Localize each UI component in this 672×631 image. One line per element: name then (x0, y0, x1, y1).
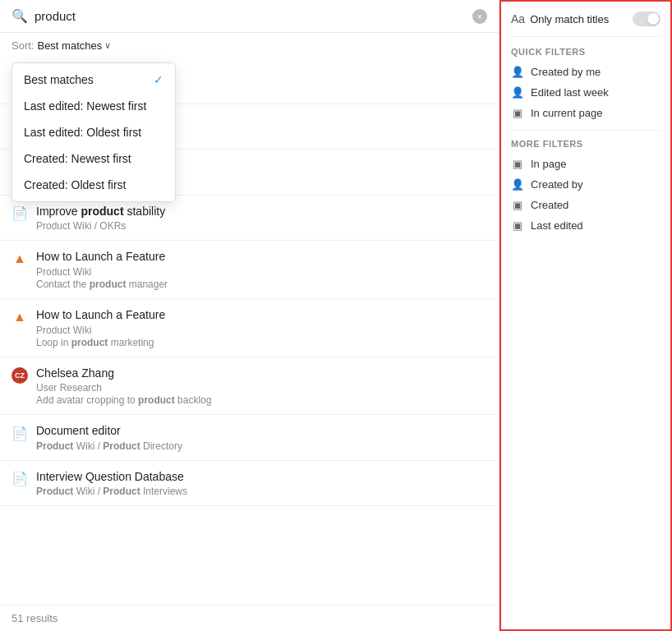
result-content: Chelsea Zhang User Research Add avatar c… (36, 366, 487, 407)
result-item[interactable]: 📄 Improve product stability Product Wiki… (0, 196, 499, 242)
result-title: Chelsea Zhang (36, 366, 487, 382)
filter-in-page[interactable]: ▣ In page (511, 154, 660, 174)
filter-label: Created by (531, 178, 583, 191)
result-title-text: Chelsea Zhang (36, 366, 114, 380)
sort-check-icon: ✓ (154, 73, 163, 86)
filter-label: Edited last week (531, 86, 609, 99)
path-highlight: Product (36, 486, 73, 497)
result-content: Document editor Product Wiki / Product D… (36, 423, 487, 452)
result-title-text: stability (124, 205, 166, 218)
sort-chevron-icon: ∨ (104, 40, 111, 51)
sort-option-created-newest[interactable]: Created: Newest first (12, 145, 175, 172)
filter-label: In current page (531, 107, 602, 119)
result-icon: ▲ (12, 251, 28, 267)
sort-option-last-edited-newest[interactable]: Last edited: Newest first (12, 93, 175, 119)
sort-select[interactable]: Best matches ∨ (37, 39, 111, 52)
sort-option-label: Created: Newest first (24, 152, 131, 165)
search-bar: 🔍 × (0, 0, 499, 33)
sort-option-label: Created: Oldest first (24, 178, 127, 191)
only-match-titles-toggle[interactable] (633, 12, 660, 26)
sort-selected-value: Best matches (37, 39, 102, 52)
more-filters-section-title: MORE FILTERS (511, 139, 660, 149)
person-icon: 👤 (511, 178, 524, 191)
result-content: Improve product stability Product Wiki /… (36, 204, 487, 233)
snippet-highlight: product (90, 279, 127, 290)
results-count: 51 results (0, 605, 499, 631)
result-title-text: How to Launch a Feature (36, 308, 165, 321)
section-divider (511, 130, 660, 131)
sort-option-label: Best matches (24, 73, 94, 86)
result-item[interactable]: ▲ How to Launch a Feature Product Wiki C… (0, 241, 499, 299)
result-title: Improve product stability (36, 204, 487, 220)
filter-label: In page (531, 158, 566, 170)
result-path: Product Wiki (36, 325, 487, 336)
result-title-text: Document editor (36, 424, 121, 437)
result-icon: ▲ (12, 309, 28, 325)
snippet-highlight: product (138, 394, 175, 406)
sort-dropdown: Best matches ✓ Last edited: Newest first… (12, 62, 176, 202)
result-path: Product Wiki / Product Directory (36, 440, 487, 452)
sort-option-label: Last edited: Oldest first (24, 126, 141, 139)
result-icon: 📄 (12, 205, 28, 222)
result-item[interactable]: CZ Chelsea Zhang User Research Add avata… (0, 357, 499, 416)
avatar-icon: CZ (12, 367, 28, 384)
page-icon: ▣ (511, 158, 524, 170)
page-icon: ▣ (511, 107, 524, 119)
filter-label: Created by me (531, 66, 601, 78)
result-path: Product Wiki / OKRs (36, 220, 487, 232)
sort-option-created-oldest[interactable]: Created: Oldest first (12, 172, 175, 198)
filter-created[interactable]: ▣ Created (511, 195, 660, 215)
result-content: How to Launch a Feature Product Wiki Con… (36, 249, 487, 290)
page-icon: ▣ (511, 199, 524, 211)
result-path: User Research (36, 382, 487, 394)
filter-label: Last edited (531, 219, 583, 232)
person-icon: 👤 (511, 66, 524, 78)
result-path: Product Wiki / Product Interviews (36, 486, 487, 497)
aa-icon: Aa (511, 12, 525, 25)
result-snippet: Add avatar cropping to product backlog (36, 394, 487, 406)
sort-bar: Sort: Best matches ∨ Best matches ✓ Last… (0, 33, 499, 58)
clear-button[interactable]: × (472, 9, 487, 24)
search-input[interactable] (35, 9, 466, 23)
filter-last-edited[interactable]: ▣ Last edited (511, 215, 660, 236)
result-title: Interview Question Database (36, 469, 487, 486)
result-title: Document editor (36, 423, 487, 440)
result-item[interactable]: 📄 Document editor Product Wiki / Product… (0, 415, 499, 461)
path-highlight: Product (103, 440, 140, 452)
filter-in-current-page[interactable]: ▣ In current page (511, 103, 660, 123)
path-highlight: Product (36, 440, 73, 452)
only-match-label: Aa Only match titles (511, 12, 609, 25)
only-match-titles-text: Only match titles (530, 13, 609, 25)
only-match-titles-row: Aa Only match titles (511, 12, 660, 37)
main-panel: 🔍 × Sort: Best matches ∨ Best matches ✓ … (0, 0, 499, 631)
result-title: How to Launch a Feature (36, 307, 487, 324)
page-icon: ▣ (511, 219, 524, 232)
snippet-highlight: product (71, 337, 108, 348)
filter-edited-last-week[interactable]: 👤 Edited last week (511, 82, 660, 103)
result-item[interactable]: 📄 Interview Question Database Product Wi… (0, 461, 499, 507)
filter-panel: Aa Only match titles QUICK FILTERS 👤 Cre… (499, 0, 672, 631)
result-icon: 📄 (12, 471, 28, 487)
sort-option-best-matches[interactable]: Best matches ✓ (12, 67, 175, 93)
sort-option-last-edited-oldest[interactable]: Last edited: Oldest first (12, 119, 175, 145)
filter-created-by-me[interactable]: 👤 Created by me (511, 62, 660, 82)
result-title-text: Interview Question Database (36, 470, 184, 483)
person-icon: 👤 (511, 86, 524, 99)
result-snippet: Contact the product manager (36, 279, 487, 290)
filter-label: Created (531, 199, 568, 211)
result-path: Product Wiki (36, 266, 487, 278)
result-item[interactable]: ▲ How to Launch a Feature Product Wiki L… (0, 299, 499, 357)
filter-created-by[interactable]: 👤 Created by (511, 174, 660, 195)
result-icon: 📄 (12, 425, 28, 441)
result-title: How to Launch a Feature (36, 249, 487, 265)
quick-filters-section-title: QUICK FILTERS (511, 47, 660, 57)
sort-label: Sort: (12, 39, 34, 52)
path-highlight: Product (103, 486, 140, 497)
result-content: How to Launch a Feature Product Wiki Loo… (36, 307, 487, 348)
result-title-text: Improve (36, 205, 81, 218)
sort-option-label: Last edited: Newest first (24, 99, 146, 113)
result-title-text: How to Launch a Feature (36, 250, 165, 263)
result-title-bold: product (81, 205, 123, 218)
search-icon: 🔍 (12, 8, 28, 24)
result-snippet: Loop in product marketing (36, 337, 487, 348)
